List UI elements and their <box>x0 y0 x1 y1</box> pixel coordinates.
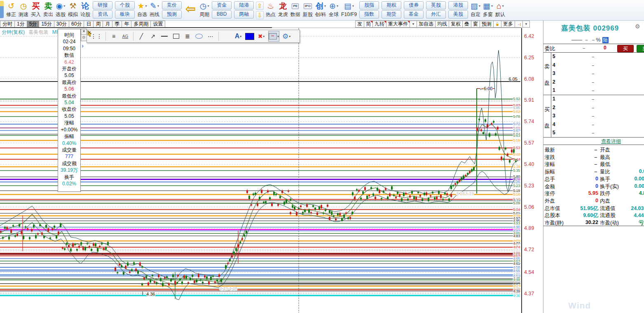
text-tool-icon[interactable]: A▾ <box>234 31 243 41</box>
dropdown-caret-icon[interactable]: ▾ <box>491 1 493 12</box>
toolbar-button-选股[interactable]: ◉▾选股 <box>54 0 67 21</box>
toolbar-button-股指[interactable]: 股指 <box>359 1 379 9</box>
settings-gear-icon[interactable]: ⚙▾ <box>282 31 291 41</box>
quick-九转[interactable]: 九转 <box>373 21 386 28</box>
view-detail-link[interactable]: 查看详细 <box>601 138 621 145</box>
toolbar-button-论股[interactable]: 论论股 <box>79 0 91 21</box>
toolbar-button-买入[interactable]: 买买入 <box>30 0 42 21</box>
more-tools-icon[interactable]: ⋯ <box>206 31 215 41</box>
screenshot-icon[interactable]: ✂▾ <box>268 31 279 42</box>
dropdown-caret-icon[interactable]: ▾ <box>502 1 504 12</box>
drawbar-close-icon[interactable]: ✕ <box>87 30 91 35</box>
tab-年[interactable]: 年 <box>122 21 131 28</box>
tab-多周期[interactable]: 多周期 <box>131 21 151 28</box>
down-arrow-icon[interactable]: ⇩ <box>256 11 264 19</box>
toolbar-button-多窗[interactable]: ▦▾多窗 <box>482 0 494 21</box>
toolbar-button-自定[interactable]: ▨▾自定 <box>469 0 482 21</box>
pointer-tool-icon[interactable] <box>222 31 231 41</box>
toolbar-button-板块[interactable]: 板块 <box>115 10 135 19</box>
toolbar-button-港股[interactable]: 港股 <box>448 1 468 9</box>
quick-简[interactable]: 简 <box>364 21 373 28</box>
toolbar-button-指数[interactable]: 指数 <box>359 10 379 19</box>
tooltip-gear-icon[interactable]: ⚙ <box>81 34 87 41</box>
quick-🔓[interactable]: 🔓 <box>494 21 501 28</box>
tab-月[interactable]: 月 <box>103 21 112 28</box>
kline-chart-area[interactable]: 5.925.875.855.825.785.725.695.675.645.63… <box>0 28 521 313</box>
dropdown-caret-icon[interactable]: ▾ <box>263 35 265 38</box>
toolbar-button-卖出[interactable]: 卖卖出 <box>42 0 54 21</box>
panel-gear-icon[interactable]: ⚙ <box>635 23 640 30</box>
toolbar-button-画线[interactable]: ✎▾画线 <box>148 0 161 21</box>
toolbar-button-资讯[interactable]: 资讯 <box>93 10 112 19</box>
toolbar-button-数据[interactable]: PE数据 <box>289 0 302 21</box>
toolbar-button-新股[interactable]: IPO新股 <box>302 0 314 21</box>
toolbar-button-陆港[interactable]: 陆港 <box>234 1 254 9</box>
toolbar-button-债券[interactable]: 债券 <box>404 1 424 9</box>
color-swatch-icon[interactable] <box>245 31 254 41</box>
toolbar-button-研报[interactable]: 研报 <box>93 1 112 9</box>
quick-窗[interactable]: 窗 <box>471 21 480 28</box>
quick-重大事件[interactable]: 重大事件 <box>386 21 410 28</box>
dropdown-caret-icon[interactable]: ▾ <box>277 35 279 38</box>
toolbar-button-F10/F9[interactable]: ▤▾F10/F9 <box>340 0 358 21</box>
toolbar-button-周期[interactable]: ◷▾周期 <box>198 0 211 21</box>
quick-→|[interactable]: →| <box>515 21 523 28</box>
dropdown-caret-icon[interactable]: ▾ <box>145 1 147 12</box>
sliders-icon[interactable]: ≡ <box>109 31 118 41</box>
toolbar-button-美股[interactable]: 美股 <box>448 10 468 19</box>
tab-1分[interactable]: 1分 <box>15 21 27 28</box>
tab-60分[interactable]: 60分 <box>69 21 84 28</box>
delete-icon[interactable]: ✖▾ <box>257 31 266 41</box>
toolbar-button-默认[interactable]: ⌂▾默认 <box>494 0 506 21</box>
toolbar-button-资金[interactable]: 资金 <box>212 1 232 9</box>
toolbar-button-测速[interactable]: ◷测速 <box>17 0 30 21</box>
dropdown-caret-icon[interactable]: ▾ <box>324 1 326 12</box>
toolbar-button-创/科[interactable]: 创▾创/科 <box>314 0 328 21</box>
toolbar-button-修正[interactable]: ↺修正 <box>5 0 17 21</box>
dropdown-caret-icon[interactable]: ▾ <box>240 35 241 38</box>
quick-复权[interactable]: 复权 <box>449 21 463 28</box>
toolbar-button-模拟[interactable]: ⚒模拟 <box>67 0 79 21</box>
toolbar-button-期货[interactable]: 期货 <box>382 10 401 19</box>
tab-30分[interactable]: 30分 <box>54 21 69 28</box>
toolbar-button-龙虎[interactable]: 龙龙虎 <box>277 0 289 21</box>
buy-button[interactable]: 买 <box>617 45 634 52</box>
ellipse-tool-icon[interactable] <box>194 31 204 41</box>
quick-发[interactable]: 发 <box>355 21 364 28</box>
line-tool-icon[interactable]: ╱ <box>137 31 146 41</box>
back-arrow-icon[interactable]: ⇦ <box>185 0 196 17</box>
toolbar-button-两融[interactable]: 两融 <box>234 10 254 19</box>
tab-设置[interactable]: 设置 <box>151 21 165 28</box>
toolbar-button-基金[interactable]: 基金 <box>404 10 424 19</box>
tab-分时[interactable]: 分时 <box>0 21 15 28</box>
dropdown-caret-icon[interactable]: ▾ <box>289 35 290 38</box>
toolbar-button-竞价[interactable]: 竞价 <box>162 1 182 9</box>
dropdown-caret-icon[interactable]: ▾ <box>63 1 65 12</box>
tab-日[interactable]: 日 <box>84 21 94 28</box>
toolbar-button-BBD[interactable]: BBD <box>212 10 232 19</box>
parallel-lines-icon[interactable]: ≣ <box>183 31 192 41</box>
up-arrow-icon[interactable]: ⇧ <box>256 2 264 10</box>
arrow-line-tool-icon[interactable]: ↗ <box>148 31 157 41</box>
rectangle-tool-icon[interactable] <box>171 31 180 41</box>
tab-15分[interactable]: 15分 <box>39 21 54 28</box>
dropdown-caret-icon[interactable]: ▾ <box>207 1 209 12</box>
toolbar-button-英股[interactable]: 英股 <box>426 1 446 9</box>
tooltip-close-icon[interactable]: ✕ <box>81 29 87 35</box>
quick-更多[interactable]: 更多 <box>501 21 515 28</box>
collapse-arrow-icon[interactable]: › <box>82 42 84 49</box>
dropdown-caret-icon[interactable]: ▾ <box>352 1 354 12</box>
quick-▼[interactable]: ▼ <box>523 21 530 28</box>
quick-叠[interactable]: 叠 <box>463 21 471 28</box>
toolbar-button-全球[interactable]: ⊕▾全球 <box>328 0 340 21</box>
dropdown-caret-icon[interactable]: ▾ <box>479 1 480 12</box>
toolbar-button-自选[interactable]: ★▾自选 <box>136 0 148 21</box>
text-style-icon[interactable]: AG <box>121 31 130 41</box>
tab-周[interactable]: 周 <box>94 21 103 28</box>
toolbar-button-热点[interactable]: ♨热点 <box>265 0 277 21</box>
segment-tool-icon[interactable] <box>160 31 169 41</box>
quick-预测[interactable]: 预测 <box>480 21 494 28</box>
toolbar-button-预测[interactable]: 预测 <box>162 10 182 19</box>
quick-均线[interactable]: 均线 <box>436 21 449 28</box>
tab-季[interactable]: 季 <box>112 21 122 28</box>
